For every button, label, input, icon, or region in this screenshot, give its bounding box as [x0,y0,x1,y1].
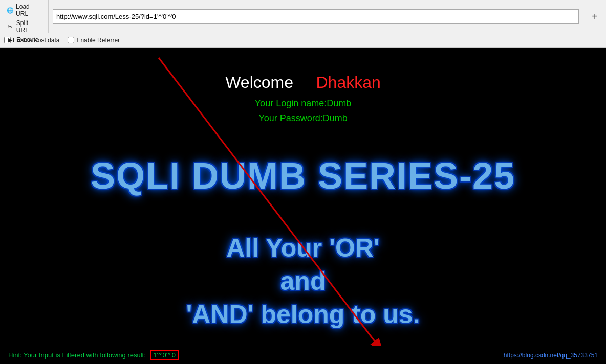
enable-referrer-checkbox[interactable] [68,37,74,43]
add-tab-button[interactable]: + [588,9,602,25]
enable-referrer-label[interactable]: Enable Referrer [68,37,120,44]
welcome-text: Welcome [225,73,293,92]
subtitle-line2: and [0,265,606,298]
execute-button[interactable]: ▶ Execute [4,35,44,45]
login-name-line: Your Login name:Dumb [0,96,606,111]
login-info: Your Login name:Dumb Your Password:Dumb [0,96,606,126]
hint-bar: Hint: Your Input is Filtered with follow… [0,346,606,364]
hint-label: Hint: Your Input is Filtered with follow… [8,351,146,359]
execute-label: Execute [16,36,38,43]
welcome-area: Welcome Dhakkan Your Login name:Dumb You… [0,73,606,126]
blog-link[interactable]: https://blog.csdn.net/qq_35733751 [504,352,598,359]
subtitle: All Your 'OR' and 'AND' belong to us. [0,232,606,331]
load-url-icon: 🌐 [6,6,14,14]
split-url-button[interactable]: ✂ Split URL [4,18,44,35]
welcome-line: Welcome Dhakkan [0,73,606,92]
url-area [49,0,583,33]
subtitle-line1: All Your 'OR' [0,232,606,265]
execute-icon: ▶ [6,36,14,44]
load-url-button[interactable]: 🌐 Load URL [4,2,44,18]
split-url-icon: ✂ [6,22,14,31]
split-url-label: Split URL [16,19,42,34]
toolbar: 🌐 Load URL ✂ Split URL ▶ Execute + [0,0,606,33]
url-input[interactable] [53,9,579,24]
toolbar-right: + [583,0,606,33]
main-content: Welcome Dhakkan Your Login name:Dumb You… [0,48,606,364]
subtitle-line3: 'AND' belong to us. [0,298,606,331]
options-bar: Enable Post data Enable Referrer [0,33,606,48]
big-title: SQLI DUMB SERIES-25 [0,155,606,197]
hint-value: 1'^'0'^'0 [150,350,179,360]
load-url-label: Load URL [16,3,42,17]
username-text: Dhakkan [316,73,380,92]
hint-text-area: Hint: Your Input is Filtered with follow… [8,350,179,360]
toolbar-actions: 🌐 Load URL ✂ Split URL ▶ Execute [0,0,49,33]
password-line: Your Password:Dumb [0,111,606,126]
